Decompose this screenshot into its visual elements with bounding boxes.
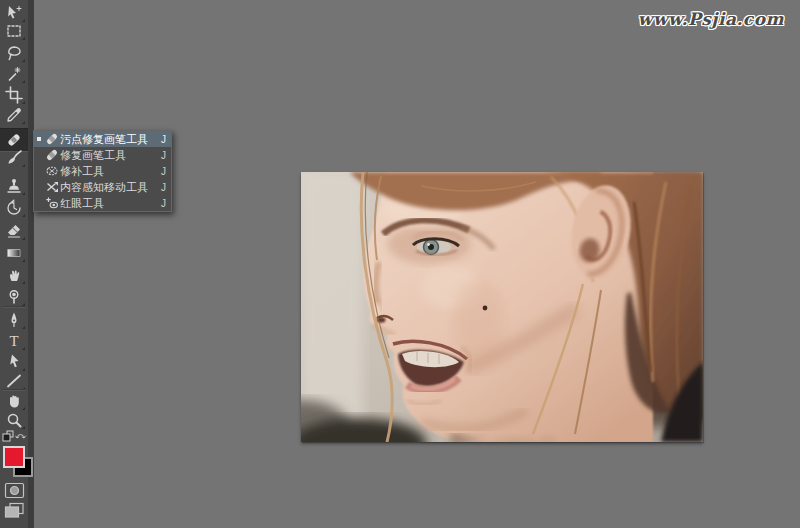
clone-stamp-tool[interactable] [5,177,23,195]
clone-stamp-icon [5,177,23,195]
document-image[interactable] [301,172,703,442]
toolbar: T [0,0,28,528]
pen-tool[interactable] [5,311,23,329]
quick-mask-button[interactable] [4,482,25,499]
magic-wand-icon [5,65,23,83]
screen-mode-icon [4,502,25,519]
eraser-icon [5,222,23,240]
portrait-photo [301,172,703,442]
marquee-icon [5,22,23,40]
line-tool[interactable] [5,372,23,390]
watermark-text: www.Psjia.com [638,9,784,29]
lasso-tool[interactable] [5,44,23,62]
eraser-tool[interactable] [5,222,23,240]
spot-healing-brush-icon [44,132,60,146]
menu-item-healing-brush[interactable]: 修复画笔工具 J [34,147,171,163]
hand-tool[interactable] [5,392,23,410]
menu-item-shortcut: J [152,134,166,145]
gradient-icon [5,244,23,262]
path-selection-icon [5,353,23,371]
pen-icon [5,311,23,329]
menu-item-shortcut: J [152,182,166,193]
brush-tool[interactable] [5,149,23,167]
dodge-icon [5,288,23,306]
toolbar-edge [28,0,34,528]
hand-icon [5,392,23,410]
lasso-icon [5,44,23,62]
menu-item-shortcut: J [152,166,166,177]
menu-item-spot-healing-brush[interactable]: 污点修复画笔工具 J [34,131,171,147]
menu-item-shortcut: J [152,150,166,161]
crop-icon [5,86,23,104]
spot-healing-brush-tool[interactable] [5,131,23,149]
path-selection-tool[interactable] [5,353,23,371]
gradient-tool[interactable] [5,244,23,262]
photoshop-workspace: www.Psjia.com [0,0,800,528]
marquee-tool[interactable] [5,22,23,40]
menu-item-content-aware-move[interactable]: 内容感知移动工具 J [34,179,171,195]
current-tool-bullet [34,137,44,141]
content-aware-move-icon [44,180,60,194]
crop-tool[interactable] [5,86,23,104]
menu-item-label: 修补工具 [60,164,152,179]
line-icon [5,372,23,390]
menu-item-patch[interactable]: 修补工具 J [34,163,171,179]
smudge-tool[interactable] [5,266,23,284]
move-icon [5,4,23,22]
red-eye-icon [44,196,60,210]
history-brush-icon [5,199,23,217]
patch-icon [44,164,60,178]
default-colors-icon[interactable] [2,430,14,442]
eyedropper-icon [5,106,23,124]
svg-text:T: T [9,333,18,349]
brush-icon [5,149,23,167]
dodge-tool[interactable] [5,288,23,306]
type-icon: T [5,332,23,350]
menu-item-label: 内容感知移动工具 [60,180,152,195]
menu-item-label: 红眼工具 [60,196,152,211]
history-brush-tool[interactable] [5,199,23,217]
eyedropper-tool[interactable] [5,106,23,124]
move-tool[interactable] [5,4,23,22]
menu-item-red-eye[interactable]: 红眼工具 J [34,195,171,211]
menu-item-label: 修复画笔工具 [60,148,152,163]
screen-mode-button[interactable] [4,502,25,519]
zoom-tool[interactable] [5,411,23,429]
foreground-color-swatch[interactable] [3,446,25,468]
healing-brush-icon [44,148,60,162]
menu-item-label: 污点修复画笔工具 [60,132,152,147]
toolbar-separator [3,389,25,391]
zoom-icon [5,411,23,429]
type-tool[interactable]: T [5,332,23,350]
menu-item-shortcut: J [152,198,166,209]
tool-flyout-menu: 污点修复画笔工具 J 修复画笔工具 J 修补工具 J 内容感知移动工具 [33,130,172,212]
magic-wand-tool[interactable] [5,65,23,83]
smudge-icon [5,266,23,284]
quick-mask-icon [4,482,25,499]
swap-colors-icon[interactable] [15,430,27,442]
spot-healing-brush-icon [5,131,23,149]
toolbar-separator [3,306,25,308]
